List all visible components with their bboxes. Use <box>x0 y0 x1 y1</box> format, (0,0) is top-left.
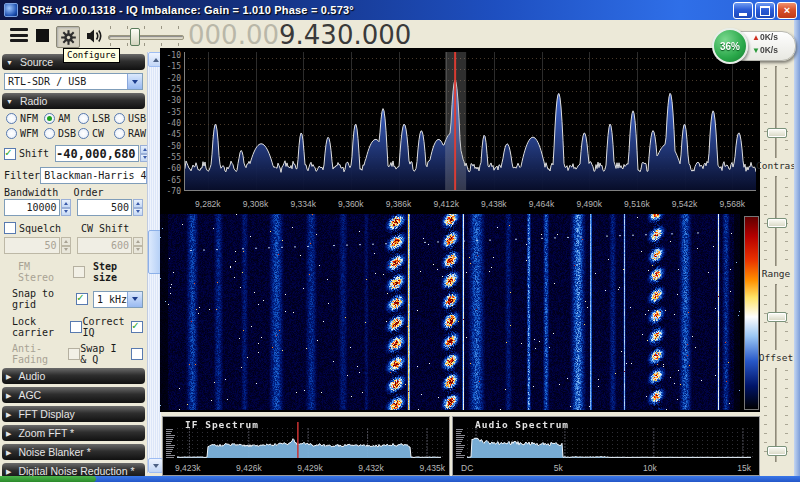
stop-button[interactable] <box>36 29 49 42</box>
lock-carrier-checkbox[interactable] <box>70 321 82 333</box>
close-button[interactable]: × <box>777 2 797 19</box>
title-bar[interactable]: SDR# v1.0.0.1318 - IQ Imbalance: Gain = … <box>0 0 800 20</box>
if-spectrum-title: IF Spectrum <box>185 419 259 430</box>
radio-icon <box>114 128 125 139</box>
squelch-checkbox[interactable] <box>4 222 16 234</box>
panel-header-agc[interactable]: ▶AGC <box>2 387 145 403</box>
panel-header-audio[interactable]: ▶Audio <box>2 368 145 384</box>
zoom-slider[interactable] <box>756 66 796 158</box>
offset-slider[interactable] <box>756 368 796 462</box>
frequency-display[interactable]: 000.009.430.000 <box>188 20 411 50</box>
frequency-value: 9.430.000 <box>279 20 411 50</box>
panel-header-fft-display[interactable]: ▶FFT Display <box>2 406 145 422</box>
sdrsharp-window: SDR# v1.0.0.1318 - IQ Imbalance: Gain = … <box>0 0 800 482</box>
radio-icon <box>114 113 125 124</box>
bandwidth-field[interactable]: 10000 <box>4 199 60 216</box>
scroll-down-button[interactable] <box>148 458 163 473</box>
step-size-select[interactable]: 1 kHz <box>93 291 143 308</box>
audio-spectrum-panel: Audio Spectrum DC5k10k15k <box>452 416 760 476</box>
waterfall[interactable] <box>160 214 740 410</box>
mode-radio-dsb[interactable]: DSB <box>44 128 76 139</box>
freq-tick: 9,386k <box>375 199 423 211</box>
collapse-icon: ▶ <box>6 430 11 437</box>
anti-fading-checkbox <box>68 348 80 360</box>
audio-spectrum-title: Audio Spectrum <box>475 419 569 430</box>
mode-radio-cw[interactable]: CW <box>78 128 112 139</box>
collapse-icon: ▶ <box>6 411 11 418</box>
mute-button[interactable] <box>84 26 106 46</box>
down-arrow-icon <box>153 464 159 468</box>
panel-header-noise-blanker[interactable]: ▶Noise Blanker * <box>2 444 145 460</box>
snap-to-grid-checkbox[interactable] <box>76 293 88 305</box>
mode-label: DSB <box>58 128 76 139</box>
db-axis: -10-15-20-25-30-35-40-45-50-55-60-65-70 <box>160 52 181 196</box>
contrast-slider[interactable] <box>756 176 796 266</box>
db-tick: -55 <box>160 154 181 162</box>
volume-track[interactable] <box>108 35 184 40</box>
filter-select[interactable]: Blackman-Harris 4 <box>40 167 162 184</box>
panel-label: Noise Blanker * <box>18 446 90 458</box>
shift-checkbox[interactable] <box>4 148 16 160</box>
mode-radio-lsb[interactable]: LSB <box>78 113 112 124</box>
configure-button[interactable] <box>56 26 80 48</box>
menu-button[interactable] <box>10 28 28 42</box>
control-sidebar: ▼ Source RTL-SDR / USB ▼ Radio NFMAMLSBU… <box>0 52 147 473</box>
lock-carrier-label: Lock carrier <box>12 316 65 338</box>
restore-button[interactable] <box>755 2 775 19</box>
freq-tick: 9,490k <box>565 199 613 211</box>
if-tick: 9,429k <box>297 463 323 474</box>
collapsed-panel-group: ▶Audio▶AGC▶FFT Display▶Zoom FFT *▶Noise … <box>0 368 147 482</box>
download-rate: 0K/s <box>760 44 790 57</box>
collapse-icon: ▼ <box>6 59 13 66</box>
taskbar[interactable] <box>0 476 800 482</box>
mode-label: NFM <box>20 113 38 124</box>
order-spinner[interactable] <box>133 199 143 216</box>
correct-iq-checkbox[interactable] <box>131 321 143 333</box>
zoom-slider-thumb[interactable] <box>767 128 787 138</box>
mode-radio-wfm[interactable]: WFM <box>6 128 42 139</box>
offset-slider-thumb[interactable] <box>767 446 787 456</box>
minimize-button[interactable] <box>733 2 753 19</box>
cw-shift-label: CW Shift <box>81 223 143 234</box>
mode-radio-usb[interactable]: USB <box>114 113 150 124</box>
panel-label: AGC <box>18 389 41 401</box>
contrast-slider-thumb[interactable] <box>767 218 787 228</box>
upload-arrow-icon: ▲ <box>752 31 760 44</box>
freq-tick: 9,282k <box>184 199 232 211</box>
anti-fading-label: Anti-Fading <box>12 343 63 365</box>
mode-radio-raw[interactable]: RAW <box>114 128 150 139</box>
range-slider[interactable] <box>756 284 796 350</box>
source-device-select[interactable]: RTL-SDR / USB <box>4 73 143 90</box>
audio-tick: DC <box>461 463 473 474</box>
restore-icon <box>760 6 770 16</box>
panel-header-radio[interactable]: ▼ Radio <box>2 93 145 109</box>
range-slider-thumb[interactable] <box>767 312 787 322</box>
db-tick: -35 <box>160 109 181 117</box>
offset-label: Offset <box>756 352 796 363</box>
dropdown-arrow-icon[interactable] <box>127 292 142 307</box>
panel-header-zoom-fft[interactable]: ▶Zoom FFT * <box>2 425 145 441</box>
main-spectrum[interactable] <box>184 52 756 196</box>
order-field[interactable]: 500 <box>77 199 133 216</box>
freq-tick: 9,360k <box>327 199 375 211</box>
sidebar-scrollbar[interactable] <box>147 52 161 473</box>
bandwidth-spinner[interactable] <box>61 199 71 216</box>
if-tick: 9,435k <box>419 463 445 474</box>
up-arrow-icon <box>153 58 159 62</box>
mode-radio-am[interactable]: AM <box>44 113 76 124</box>
volume-slider[interactable] <box>108 26 182 46</box>
shift-value-field[interactable]: -40,000,680 <box>55 145 138 162</box>
swap-iq-checkbox[interactable] <box>131 348 143 360</box>
window-border-right <box>794 20 800 476</box>
collapse-icon: ▶ <box>6 392 11 399</box>
mode-radio-nfm[interactable]: NFM <box>6 113 42 124</box>
panel-label: Source <box>20 56 53 68</box>
db-tick: -65 <box>160 177 181 185</box>
dropdown-arrow-icon[interactable] <box>127 74 142 89</box>
start-button[interactable] <box>0 476 96 482</box>
volume-ticks-top <box>110 26 180 29</box>
source-device-value: RTL-SDR / USB <box>5 76 127 87</box>
freq-tick: 9,568k <box>708 199 756 211</box>
status-badge[interactable]: ▲ 0K/s ▼ 0K/s 36% <box>712 28 796 62</box>
db-tick: -40 <box>160 120 181 128</box>
